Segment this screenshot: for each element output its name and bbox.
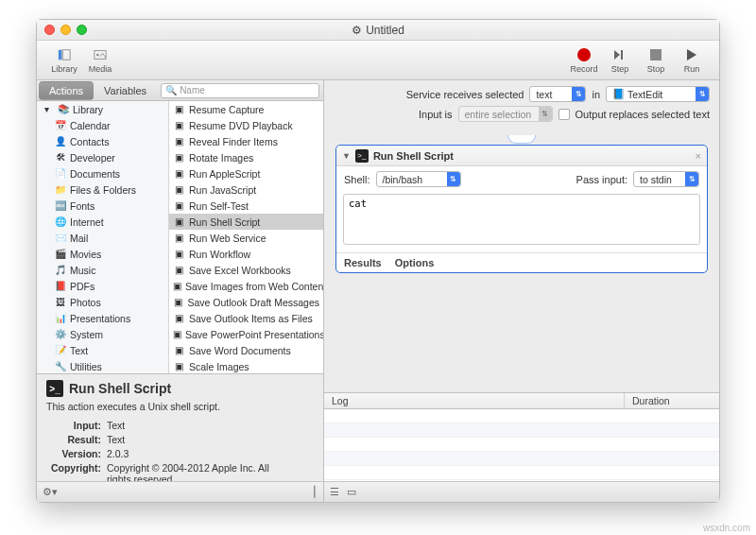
input-is-select[interactable]: entire selection⇅ [458, 106, 553, 122]
action-item[interactable]: ▣Run Shell Script [169, 214, 323, 230]
action-icon: ▣ [173, 167, 185, 180]
receives-app-select[interactable]: 📘 TextEdit⇅ [606, 86, 710, 102]
action-item[interactable]: ▣Resume Capture [169, 101, 323, 117]
library-categories[interactable]: ▾📚Library 📅Calendar👤Contacts🛠Developer📄D… [37, 101, 169, 373]
media-button[interactable]: Media [82, 46, 118, 74]
info-title: Run Shell Script [69, 381, 171, 396]
options-tab[interactable]: Options [395, 257, 435, 268]
sidebar-item-music[interactable]: 🎵Music [37, 262, 168, 278]
sidebar-item-movies[interactable]: 🎬Movies [37, 246, 168, 262]
record-button[interactable]: Record [566, 46, 602, 74]
action-icon: ▣ [173, 199, 185, 212]
run-label: Run [684, 64, 700, 74]
results-tab[interactable]: Results [344, 257, 382, 268]
action-item[interactable]: ▣Save Outlook Draft Messages [169, 294, 323, 310]
sidebar-item-developer[interactable]: 🛠Developer [37, 149, 168, 165]
step-label: Step [611, 64, 629, 74]
close-icon[interactable]: × [696, 150, 701, 162]
pass-input-select[interactable]: to stdin⇅ [633, 171, 699, 187]
action-icon: ▣ [173, 296, 184, 308]
action-item[interactable]: ▣Run Workflow [169, 246, 323, 262]
sidebar-item-text[interactable]: 📝Text [37, 342, 168, 358]
sidebar-item-contacts[interactable]: 👤Contacts [37, 133, 168, 149]
action-item[interactable]: ▣Run AppleScript [169, 165, 323, 181]
pass-input-label: Pass input: [576, 174, 627, 185]
category-icon: 📕 [54, 280, 66, 292]
svg-rect-1 [62, 50, 70, 60]
duration-column[interactable]: Duration [625, 393, 719, 408]
category-icon: 📊 [54, 312, 66, 324]
gear-menu-icon[interactable]: ⚙︎▾ [43, 486, 58, 498]
svg-point-3 [96, 54, 99, 57]
run-button[interactable]: Run [674, 46, 710, 74]
action-item[interactable]: ▣Reveal Finder Items [169, 133, 323, 149]
sidebar-item-internet[interactable]: 🌐Internet [37, 214, 168, 230]
disclosure-icon[interactable]: ▼ [342, 151, 351, 161]
in-label: in [592, 89, 600, 100]
script-textarea[interactable] [343, 194, 700, 245]
zoom-window-button[interactable] [77, 25, 87, 35]
watermark: wsxdn.com [703, 523, 750, 533]
action-item[interactable]: ▣Save Excel Workbooks [169, 262, 323, 278]
action-item[interactable]: ▣Save Word Documents [169, 342, 323, 358]
list-item [324, 423, 719, 438]
library-root[interactable]: ▾📚Library [37, 101, 168, 117]
action-icon: ▣ [173, 248, 185, 260]
tab-actions[interactable]: Actions [39, 81, 94, 100]
chevron-updown-icon: ⇅ [685, 172, 698, 186]
sidebar-item-pdfs[interactable]: 📕PDFs [37, 278, 168, 294]
info-table: Input:Text Result:Text Version:2.0.3 Cop… [46, 418, 298, 481]
close-window-button[interactable] [44, 25, 55, 35]
library-toggle-button[interactable]: Library [46, 46, 82, 74]
terminal-icon: >_ [46, 380, 63, 397]
category-icon: 📁 [54, 183, 66, 196]
output-replaces-checkbox[interactable] [558, 109, 570, 120]
sidebar-item-photos[interactable]: 🖼Photos [37, 294, 168, 310]
action-item[interactable]: ▣Scale Images [169, 358, 323, 373]
minimize-window-button[interactable] [60, 25, 71, 35]
flow-view-icon[interactable]: ▭ [347, 486, 356, 498]
action-item[interactable]: ▣Save Images from Web Content [169, 278, 323, 294]
toolbar: Library Media Record Step Stop Run [37, 41, 719, 80]
list-view-icon[interactable]: ☰ [330, 486, 339, 498]
sidebar-item-system[interactable]: ⚙️System [37, 326, 168, 342]
divider-icon[interactable]: ⎮ [312, 486, 318, 498]
search-input[interactable]: 🔍 Name [161, 83, 319, 98]
action-item[interactable]: ▣Run Self-Test [169, 198, 323, 214]
window-title: ⚙︎ Untitled [352, 24, 404, 37]
receives-type-select[interactable]: text⇅ [529, 86, 586, 102]
stop-button[interactable]: Stop [638, 46, 674, 74]
shell-select[interactable]: /bin/bash⇅ [376, 171, 461, 187]
action-icon: ▣ [173, 280, 181, 292]
action-icon: ▣ [173, 135, 185, 147]
titlebar: ⚙︎ Untitled [37, 20, 719, 41]
category-icon: 🌐 [54, 216, 66, 228]
action-item[interactable]: ▣Rotate Images [169, 149, 323, 165]
log-list[interactable] [324, 409, 719, 481]
sidebar-item-mail[interactable]: ✉️Mail [37, 230, 168, 246]
action-item[interactable]: ▣Run Web Service [169, 230, 323, 246]
action-item[interactable]: ▣Save PowerPoint Presentations [169, 326, 323, 342]
action-icon: ▣ [173, 183, 185, 196]
sidebar-item-documents[interactable]: 📄Documents [37, 165, 168, 181]
actions-list[interactable]: ▣Resume Capture▣Resume DVD Playback▣Reve… [169, 101, 323, 373]
step-button[interactable]: Step [602, 46, 638, 74]
action-item[interactable]: ▣Run JavaScript [169, 181, 323, 198]
title-text: Untitled [366, 24, 404, 37]
workflow-canvas[interactable]: ▼ >_ Run Shell Script × Shell: /bin/bash… [324, 128, 719, 392]
action-item[interactable]: ▣Resume DVD Playback [169, 117, 323, 133]
tab-variables[interactable]: Variables [94, 81, 157, 100]
traffic-lights [44, 25, 87, 35]
sidebar-item-fonts[interactable]: 🔤Fonts [37, 198, 168, 214]
log-column[interactable]: Log [324, 393, 625, 408]
sidebar-item-utilities[interactable]: 🔧Utilities [37, 358, 168, 373]
action-info: >_Run Shell Script This action executes … [37, 373, 323, 481]
action-run-shell-script[interactable]: ▼ >_ Run Shell Script × Shell: /bin/bash… [335, 145, 708, 273]
action-item[interactable]: ▣Save Outlook Items as Files [169, 310, 323, 326]
sidebar-item-calendar[interactable]: 📅Calendar [37, 117, 168, 133]
output-replaces-label: Output replaces selected text [576, 109, 710, 120]
sidebar-item-files-folders[interactable]: 📁Files & Folders [37, 181, 168, 198]
category-icon: 🔤 [54, 199, 66, 212]
sidebar-item-presentations[interactable]: 📊Presentations [37, 310, 168, 326]
list-item [324, 409, 719, 423]
